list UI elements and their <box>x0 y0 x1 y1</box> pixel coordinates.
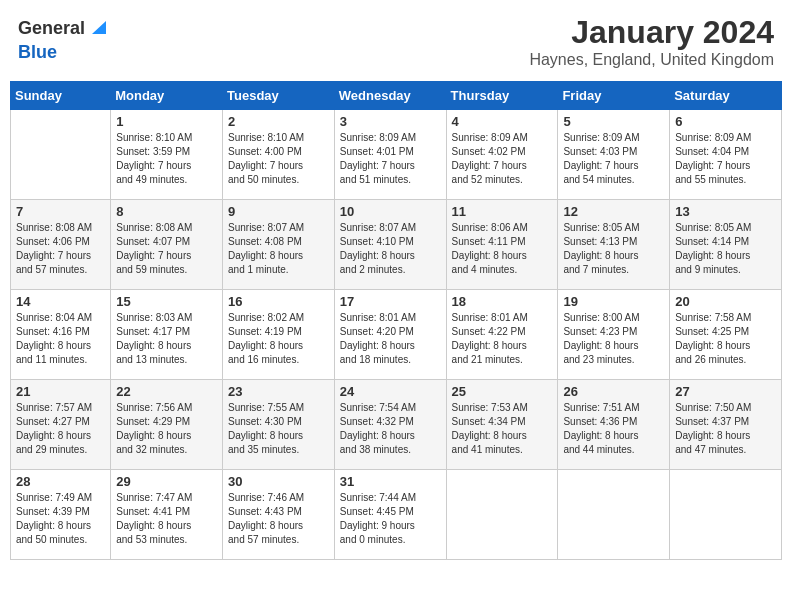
day-info: Sunrise: 8:00 AM Sunset: 4:23 PM Dayligh… <box>563 311 664 367</box>
day-number: 13 <box>675 204 776 219</box>
table-row: 6Sunrise: 8:09 AM Sunset: 4:04 PM Daylig… <box>670 110 782 200</box>
table-row: 28Sunrise: 7:49 AM Sunset: 4:39 PM Dayli… <box>11 470 111 560</box>
table-row: 13Sunrise: 8:05 AM Sunset: 4:14 PM Dayli… <box>670 200 782 290</box>
day-info: Sunrise: 7:51 AM Sunset: 4:36 PM Dayligh… <box>563 401 664 457</box>
day-info: Sunrise: 8:03 AM Sunset: 4:17 PM Dayligh… <box>116 311 217 367</box>
table-row: 7Sunrise: 8:08 AM Sunset: 4:06 PM Daylig… <box>11 200 111 290</box>
day-number: 1 <box>116 114 217 129</box>
location-subtitle: Haynes, England, United Kingdom <box>529 51 774 69</box>
day-info: Sunrise: 8:05 AM Sunset: 4:13 PM Dayligh… <box>563 221 664 277</box>
day-number: 2 <box>228 114 329 129</box>
table-row: 5Sunrise: 8:09 AM Sunset: 4:03 PM Daylig… <box>558 110 670 200</box>
day-number: 25 <box>452 384 553 399</box>
table-row: 19Sunrise: 8:00 AM Sunset: 4:23 PM Dayli… <box>558 290 670 380</box>
month-year-title: January 2024 <box>529 14 774 51</box>
table-row: 3Sunrise: 8:09 AM Sunset: 4:01 PM Daylig… <box>334 110 446 200</box>
day-number: 12 <box>563 204 664 219</box>
week-row-2: 7Sunrise: 8:08 AM Sunset: 4:06 PM Daylig… <box>11 200 782 290</box>
table-row: 29Sunrise: 7:47 AM Sunset: 4:41 PM Dayli… <box>111 470 223 560</box>
table-row: 15Sunrise: 8:03 AM Sunset: 4:17 PM Dayli… <box>111 290 223 380</box>
day-info: Sunrise: 8:09 AM Sunset: 4:03 PM Dayligh… <box>563 131 664 187</box>
table-row: 10Sunrise: 8:07 AM Sunset: 4:10 PM Dayli… <box>334 200 446 290</box>
logo-icon <box>88 16 110 38</box>
day-info: Sunrise: 8:08 AM Sunset: 4:06 PM Dayligh… <box>16 221 105 277</box>
table-row: 23Sunrise: 7:55 AM Sunset: 4:30 PM Dayli… <box>223 380 335 470</box>
day-number: 16 <box>228 294 329 309</box>
table-row: 25Sunrise: 7:53 AM Sunset: 4:34 PM Dayli… <box>446 380 558 470</box>
day-number: 21 <box>16 384 105 399</box>
table-row: 9Sunrise: 8:07 AM Sunset: 4:08 PM Daylig… <box>223 200 335 290</box>
table-row: 31Sunrise: 7:44 AM Sunset: 4:45 PM Dayli… <box>334 470 446 560</box>
table-row: 11Sunrise: 8:06 AM Sunset: 4:11 PM Dayli… <box>446 200 558 290</box>
day-number: 18 <box>452 294 553 309</box>
day-info: Sunrise: 7:58 AM Sunset: 4:25 PM Dayligh… <box>675 311 776 367</box>
week-row-5: 28Sunrise: 7:49 AM Sunset: 4:39 PM Dayli… <box>11 470 782 560</box>
header-thursday: Thursday <box>446 82 558 110</box>
day-number: 4 <box>452 114 553 129</box>
table-row <box>558 470 670 560</box>
table-row: 24Sunrise: 7:54 AM Sunset: 4:32 PM Dayli… <box>334 380 446 470</box>
day-info: Sunrise: 7:44 AM Sunset: 4:45 PM Dayligh… <box>340 491 441 547</box>
table-row: 1Sunrise: 8:10 AM Sunset: 3:59 PM Daylig… <box>111 110 223 200</box>
day-number: 5 <box>563 114 664 129</box>
day-number: 23 <box>228 384 329 399</box>
day-info: Sunrise: 7:57 AM Sunset: 4:27 PM Dayligh… <box>16 401 105 457</box>
day-number: 7 <box>16 204 105 219</box>
day-info: Sunrise: 8:08 AM Sunset: 4:07 PM Dayligh… <box>116 221 217 277</box>
days-header-row: Sunday Monday Tuesday Wednesday Thursday… <box>11 82 782 110</box>
day-info: Sunrise: 7:46 AM Sunset: 4:43 PM Dayligh… <box>228 491 329 547</box>
day-info: Sunrise: 8:10 AM Sunset: 4:00 PM Dayligh… <box>228 131 329 187</box>
table-row: 2Sunrise: 8:10 AM Sunset: 4:00 PM Daylig… <box>223 110 335 200</box>
day-info: Sunrise: 8:07 AM Sunset: 4:08 PM Dayligh… <box>228 221 329 277</box>
logo-general-text: General <box>18 18 85 39</box>
table-row: 26Sunrise: 7:51 AM Sunset: 4:36 PM Dayli… <box>558 380 670 470</box>
day-info: Sunrise: 8:01 AM Sunset: 4:20 PM Dayligh… <box>340 311 441 367</box>
day-info: Sunrise: 8:10 AM Sunset: 3:59 PM Dayligh… <box>116 131 217 187</box>
header-sunday: Sunday <box>11 82 111 110</box>
day-number: 3 <box>340 114 441 129</box>
day-number: 30 <box>228 474 329 489</box>
day-number: 22 <box>116 384 217 399</box>
table-row: 21Sunrise: 7:57 AM Sunset: 4:27 PM Dayli… <box>11 380 111 470</box>
table-row: 22Sunrise: 7:56 AM Sunset: 4:29 PM Dayli… <box>111 380 223 470</box>
table-row: 14Sunrise: 8:04 AM Sunset: 4:16 PM Dayli… <box>11 290 111 380</box>
header-saturday: Saturday <box>670 82 782 110</box>
day-info: Sunrise: 7:49 AM Sunset: 4:39 PM Dayligh… <box>16 491 105 547</box>
day-info: Sunrise: 8:09 AM Sunset: 4:04 PM Dayligh… <box>675 131 776 187</box>
day-info: Sunrise: 8:09 AM Sunset: 4:02 PM Dayligh… <box>452 131 553 187</box>
table-row <box>11 110 111 200</box>
day-number: 27 <box>675 384 776 399</box>
svg-marker-0 <box>92 21 106 34</box>
day-info: Sunrise: 7:56 AM Sunset: 4:29 PM Dayligh… <box>116 401 217 457</box>
day-number: 9 <box>228 204 329 219</box>
table-row: 27Sunrise: 7:50 AM Sunset: 4:37 PM Dayli… <box>670 380 782 470</box>
table-row: 16Sunrise: 8:02 AM Sunset: 4:19 PM Dayli… <box>223 290 335 380</box>
table-row: 18Sunrise: 8:01 AM Sunset: 4:22 PM Dayli… <box>446 290 558 380</box>
day-info: Sunrise: 8:01 AM Sunset: 4:22 PM Dayligh… <box>452 311 553 367</box>
day-info: Sunrise: 8:07 AM Sunset: 4:10 PM Dayligh… <box>340 221 441 277</box>
day-number: 28 <box>16 474 105 489</box>
table-row: 20Sunrise: 7:58 AM Sunset: 4:25 PM Dayli… <box>670 290 782 380</box>
day-info: Sunrise: 8:06 AM Sunset: 4:11 PM Dayligh… <box>452 221 553 277</box>
day-number: 20 <box>675 294 776 309</box>
day-info: Sunrise: 7:53 AM Sunset: 4:34 PM Dayligh… <box>452 401 553 457</box>
day-number: 15 <box>116 294 217 309</box>
table-row: 30Sunrise: 7:46 AM Sunset: 4:43 PM Dayli… <box>223 470 335 560</box>
day-number: 24 <box>340 384 441 399</box>
page-header: General Blue January 2024 Haynes, Englan… <box>10 10 782 73</box>
day-number: 10 <box>340 204 441 219</box>
logo-blue-text: Blue <box>18 42 57 62</box>
day-number: 17 <box>340 294 441 309</box>
header-friday: Friday <box>558 82 670 110</box>
day-number: 11 <box>452 204 553 219</box>
logo: General Blue <box>18 14 110 63</box>
header-tuesday: Tuesday <box>223 82 335 110</box>
day-info: Sunrise: 8:02 AM Sunset: 4:19 PM Dayligh… <box>228 311 329 367</box>
table-row: 8Sunrise: 8:08 AM Sunset: 4:07 PM Daylig… <box>111 200 223 290</box>
day-info: Sunrise: 7:47 AM Sunset: 4:41 PM Dayligh… <box>116 491 217 547</box>
day-number: 6 <box>675 114 776 129</box>
table-row: 12Sunrise: 8:05 AM Sunset: 4:13 PM Dayli… <box>558 200 670 290</box>
day-info: Sunrise: 8:05 AM Sunset: 4:14 PM Dayligh… <box>675 221 776 277</box>
week-row-3: 14Sunrise: 8:04 AM Sunset: 4:16 PM Dayli… <box>11 290 782 380</box>
day-number: 14 <box>16 294 105 309</box>
